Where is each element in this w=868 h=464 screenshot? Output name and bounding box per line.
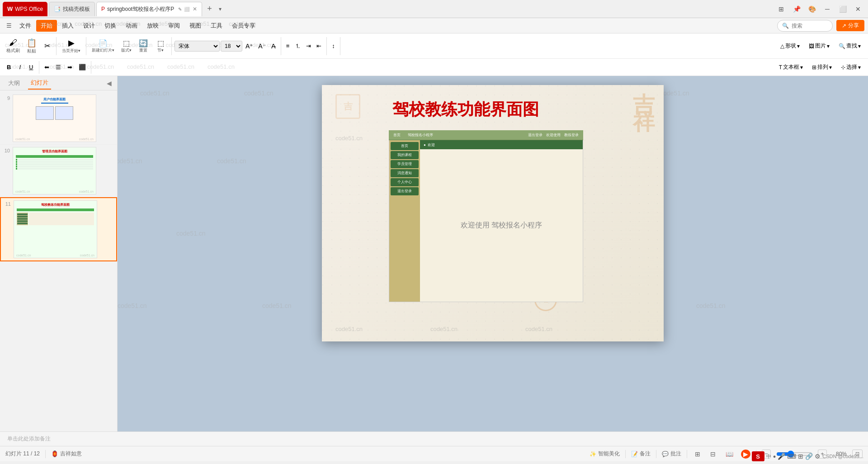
bold-btn[interactable]: B (4, 62, 14, 72)
menu-review[interactable]: 审阅 (164, 20, 184, 32)
mini-menu-profile[interactable]: 个人中心 (391, 178, 419, 186)
menu-vip[interactable]: 会员专享 (227, 20, 260, 32)
window-skin-btn[interactable]: 🎨 (805, 4, 819, 14)
find-btn[interactable]: 🔍 查找 ▾ (835, 41, 864, 51)
slide-canvas[interactable]: 吉 吉 祥 ✿ ✿ (322, 85, 664, 341)
s-input-icon[interactable]: S (752, 451, 764, 461)
comment-bar[interactable]: 单击此处添加备注 (0, 431, 868, 446)
slide-thumb-9[interactable]: 用户功能界面图 code51.cn code51.cn (13, 95, 96, 142)
arrange-icon: ⊞ (812, 64, 816, 71)
mini-menu-home[interactable]: 首页 (391, 142, 419, 150)
collapse-sidebar-btn[interactable]: ◀ (107, 80, 112, 87)
font-size-select[interactable]: 18 (221, 41, 242, 52)
slide-number-11: 11 (4, 200, 11, 207)
menu-tools[interactable]: 工具 (206, 20, 227, 32)
arrange-btn[interactable]: ⊞ 排列 ▾ (808, 62, 835, 72)
reset-btn[interactable]: 🔄 重置 (135, 38, 151, 55)
play-btn[interactable]: ▶ 当页开始▾ (59, 37, 83, 55)
mini-menu-students[interactable]: 学员管理 (391, 160, 419, 168)
underline-btn[interactable]: U (26, 62, 36, 72)
font-increase-btn[interactable]: A⁺ (243, 42, 255, 51)
align-left-btn[interactable]: ⬅ (42, 62, 52, 72)
layout-btn[interactable]: ⬚ 版式▾ (118, 38, 134, 55)
numbering-btn[interactable]: ⒈ (292, 41, 303, 51)
menu-view[interactable]: 视图 (185, 20, 206, 32)
textbox-btn[interactable]: T 文本框 ▾ (775, 62, 807, 72)
keyboard-icon[interactable]: ⌨ (787, 453, 796, 460)
jixiang-btn[interactable]: 🏮 吉祥如意 (51, 450, 82, 458)
template-tab[interactable]: 📑 找稿壳模板 (49, 2, 95, 16)
tab-overflow-btn[interactable]: ▾ (217, 6, 223, 12)
cut-btn[interactable]: ✂ (41, 40, 53, 52)
mini-menu-course[interactable]: 我的课程 (391, 151, 419, 159)
tab-slides[interactable]: 幻灯片 (28, 77, 51, 90)
align-center-btn[interactable]: ☰ (53, 62, 63, 72)
window-restore-btn[interactable]: ⬜ (835, 4, 850, 14)
tab-outline[interactable]: 大纲 (5, 77, 23, 89)
review-btn[interactable]: 💬 批注 (662, 450, 681, 458)
italic-btn[interactable]: I (16, 62, 24, 72)
search-box[interactable]: 🔍 (777, 20, 833, 32)
menu-insert[interactable]: 插入 (57, 20, 78, 32)
menu-transition[interactable]: 切换 (100, 20, 121, 32)
jixiang-icon: 🏮 (51, 450, 58, 457)
slideshow-btn[interactable]: ▶ (741, 450, 750, 459)
indent-decrease-btn[interactable]: ⇤ (314, 42, 324, 50)
window-tile-btn[interactable]: ⊞ (774, 4, 788, 14)
new-tab-btn[interactable]: + (203, 4, 216, 14)
menu-animation[interactable]: 动画 (121, 20, 142, 32)
new-slide-btn[interactable]: 📄 新建幻灯片▾ (89, 38, 117, 55)
paste-btn[interactable]: 📋 粘贴 (24, 37, 40, 56)
align-right-btn[interactable]: ➡ (65, 62, 75, 72)
menu-start[interactable]: 开始 (36, 20, 57, 32)
notes-btn[interactable]: 📝 备注 (631, 450, 651, 458)
font-decrease-btn[interactable]: A⁻ (256, 42, 268, 51)
slide-title[interactable]: 驾校教练功能界面图 (340, 99, 591, 121)
reading-view-btn[interactable]: 📖 (723, 450, 736, 459)
search-input[interactable] (792, 23, 828, 29)
window-pin-btn[interactable]: 📌 (789, 4, 804, 14)
menu-file[interactable]: 文件 (15, 20, 36, 32)
mini-menu-messages[interactable]: 消息通知 (391, 169, 419, 177)
share-btn[interactable]: ↗ 吉祥如意 分享 (836, 20, 864, 31)
clear-format-btn[interactable]: A̶ (269, 42, 278, 51)
format-brush-btn[interactable]: 🖌 格式刷 (4, 37, 23, 55)
wps-logo: W (7, 5, 13, 12)
link-icon[interactable]: 🔗 (805, 453, 813, 460)
wps-tab[interactable]: W WPS Office (3, 2, 47, 16)
mini-menu-logout[interactable]: 退出登录 (391, 187, 419, 195)
font-name-select[interactable]: 宋体 (175, 41, 220, 52)
template-tab-icon: 📑 (54, 6, 61, 12)
close-tab-btn[interactable]: ✕ (193, 6, 197, 12)
menu-slideshow[interactable]: 放映 (142, 20, 163, 32)
slide-item-9[interactable]: 9 用户功能界面图 code51.cn code51.cn (0, 92, 117, 145)
indent-increase-btn[interactable]: ⇥ (304, 42, 313, 50)
window-close-btn[interactable]: ✕ (851, 4, 865, 14)
mic-icon[interactable]: 🎤 (778, 453, 785, 460)
bullets-btn[interactable]: ≡ (284, 42, 292, 50)
template-tab-label: 找稿壳模板 (63, 5, 90, 13)
menu-icon-1[interactable]: ☰ (4, 21, 14, 30)
canvas-area: code51.cn code51.cn code51.cn code51.cn … (118, 76, 868, 431)
ppt-tab[interactable]: P springboot驾校报名小程序P ✎ ⬜ ✕ (96, 2, 202, 16)
slide-thumb-10[interactable]: 管理员功能界面图 code51.cn code51.cn (13, 147, 96, 194)
table-icon[interactable]: ⊞ (798, 453, 803, 460)
settings-icon[interactable]: ⚙ (815, 453, 821, 460)
slide-item-10[interactable]: 10 管理员功能界面图 code51.cn code51.cn (0, 145, 117, 197)
smart-beauty-btn[interactable]: ✨ 智能美化 (590, 450, 620, 458)
csdn-label: CSDN @code99... (822, 454, 863, 459)
window-minimize-btn[interactable]: ─ (820, 4, 835, 14)
slide-panel: 大纲 幻灯片 ◀ 9 用户功能界面图 code51.cn code51.cn (0, 76, 118, 431)
mini-app-mockup[interactable]: 首页 驾校报名小程序 退出登录 欢迎使用 教练登录 首页 (389, 130, 583, 302)
select-btn[interactable]: ⊹ 选择 ▾ (837, 62, 864, 72)
justify-btn[interactable]: ⬛ (76, 62, 88, 72)
normal-view-btn[interactable]: ⊞ (693, 450, 703, 459)
section-btn[interactable]: ⬚ 节▾ (152, 38, 169, 55)
slide-thumb-11[interactable]: 驾校教练功能界面图 code51.cn code51.cn (14, 200, 97, 258)
shape-btn[interactable]: △ 形状 ▾ (777, 41, 803, 51)
slide-sorter-btn[interactable]: ⊟ (708, 450, 718, 459)
menu-design[interactable]: 设计 (79, 20, 99, 32)
line-spacing-btn[interactable]: ↕ (330, 42, 337, 50)
slide-item-11[interactable]: 11 驾校教练功能界面图 code51.cn (0, 197, 117, 261)
image-btn[interactable]: 🖼 图片 ▾ (805, 41, 833, 51)
